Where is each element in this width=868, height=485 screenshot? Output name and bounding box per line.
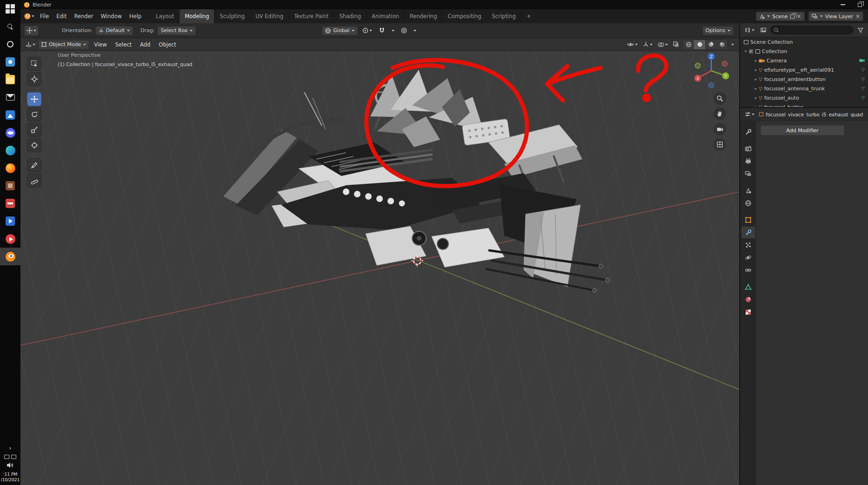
taskbar-blender[interactable] (0, 248, 20, 265)
viewport-menu-select[interactable]: Select (112, 38, 135, 51)
properties-tab-modifiers[interactable] (741, 227, 755, 238)
tool-move[interactable] (27, 92, 41, 106)
pivot-point-dropdown[interactable] (361, 26, 374, 36)
proportional-falloff-dropdown[interactable] (412, 26, 418, 36)
tab-scripting[interactable]: Scripting (487, 9, 521, 23)
outliner-row-mesh[interactable]: ▸ ▽ focussel_ambientbutton ▽ (740, 74, 868, 84)
start-button[interactable] (0, 0, 20, 18)
menu-edit[interactable]: Edit (53, 9, 70, 23)
expand-arrow-icon[interactable]: ▸ (753, 58, 759, 63)
taskbar-tray-icons[interactable] (4, 455, 16, 459)
properties-tab-object-data[interactable] (741, 281, 755, 293)
properties-tab-material[interactable] (741, 294, 755, 305)
viewport-menu-object[interactable]: Object (155, 38, 180, 51)
close-icon[interactable]: × (797, 13, 801, 19)
outliner-search-input[interactable] (781, 27, 850, 33)
tab-rendering[interactable]: Rendering (405, 9, 443, 23)
outliner-row-mesh[interactable]: ▸ ▽ focussel_auto ▽ (740, 93, 868, 102)
outliner-row-mesh-clipped[interactable]: ▸ ▽ focussel_batter (740, 102, 868, 107)
mesh-data-icon[interactable]: ▽ (861, 86, 865, 91)
maximize-button[interactable] (851, 0, 868, 9)
gizmo-z-negative[interactable] (709, 83, 714, 88)
gizmo-x-negative[interactable] (722, 61, 728, 67)
properties-tab-tool[interactable] (741, 126, 755, 138)
viewport-menu-add[interactable]: Add (136, 38, 154, 51)
transform-orientation-dropdown[interactable]: Global (322, 26, 358, 35)
properties-tab-world[interactable] (741, 197, 755, 209)
properties-tab-scene[interactable] (741, 185, 755, 196)
properties-tab-texture[interactable] (741, 306, 755, 318)
outliner-row-camera[interactable]: ▸ Camera (740, 56, 868, 65)
toggle-orthographic-button[interactable] (714, 138, 726, 151)
taskbar-search-button[interactable] (0, 18, 20, 35)
mode-dropdown[interactable]: Object Mode (38, 40, 89, 49)
editor-type-dropdown[interactable] (24, 40, 37, 50)
snap-toggle-button[interactable] (377, 26, 387, 36)
tab-sculpting[interactable]: Sculpting (214, 9, 250, 23)
tab-layout[interactable]: Layout (151, 9, 180, 23)
camera-view-button[interactable] (714, 123, 726, 135)
taskbar-mail[interactable] (0, 88, 20, 106)
shading-settings-dropdown[interactable] (729, 40, 736, 50)
taskbar-movies[interactable] (0, 212, 20, 230)
taskbar-app-blue[interactable] (0, 53, 20, 71)
taskbar-edge[interactable] (0, 141, 20, 159)
expand-arrow-icon[interactable]: ▸ (753, 67, 759, 72)
viewport-canvas[interactable]: Z X Y (20, 51, 739, 485)
visibility-dropdown[interactable] (625, 40, 640, 50)
tool-scale[interactable] (27, 123, 41, 137)
properties-tab-particles[interactable] (741, 239, 755, 251)
tab-modeling[interactable]: Modeling (180, 9, 214, 23)
tool-select-box[interactable] (27, 57, 41, 71)
taskbar-app-red[interactable] (0, 195, 20, 212)
proportional-editing-button[interactable] (399, 26, 409, 36)
camera-data-icon[interactable] (859, 58, 865, 63)
taskbar-expand-button[interactable]: › (9, 445, 11, 451)
blender-menu-button[interactable] (22, 11, 36, 21)
expand-arrow-icon[interactable]: ▾ (743, 49, 748, 54)
scene-selector[interactable]: Scene × (756, 12, 805, 21)
duplicate-scene-icon[interactable] (790, 14, 795, 19)
properties-tab-render[interactable] (741, 143, 755, 155)
tool-cursor[interactable] (27, 72, 41, 86)
options-dropdown[interactable]: Options (702, 26, 734, 35)
tab-compositing[interactable]: Compositing (442, 9, 487, 23)
gizmo-y-negative[interactable] (695, 63, 701, 68)
taskbar-photos[interactable] (0, 106, 20, 124)
mesh-data-icon[interactable]: ▽ (861, 77, 865, 81)
tool-transform[interactable] (27, 138, 41, 152)
properties-tab-constraints[interactable] (741, 264, 755, 276)
outliner-row-collection[interactable]: ▾ ✓ Collection (740, 47, 868, 56)
expand-arrow-icon[interactable]: ▸ (753, 95, 759, 100)
expand-arrow-icon[interactable]: ▸ (753, 86, 759, 91)
filter-dropdown[interactable] (856, 25, 865, 35)
add-modifier-button[interactable]: Add Modifier (761, 125, 844, 135)
tab-texture-paint[interactable]: Texture Paint (289, 9, 334, 23)
shading-solid-button[interactable] (694, 40, 705, 49)
xray-toggle-button[interactable] (671, 40, 681, 50)
shading-material-button[interactable] (705, 40, 716, 49)
tool-annotate[interactable] (27, 158, 41, 172)
expand-arrow-icon[interactable]: ▸ (753, 77, 759, 81)
drag-dropdown[interactable]: Select Box (157, 26, 196, 35)
close-icon[interactable]: × (855, 13, 860, 19)
outliner-row-mesh[interactable]: ▸ ▽ focussel_antenna_trunk ▽ (740, 84, 868, 93)
properties-editor-dropdown[interactable] (743, 109, 756, 120)
taskbar-discord[interactable] (0, 124, 20, 141)
tab-animation[interactable]: Animation (367, 9, 405, 23)
mesh-data-icon[interactable]: ▽ (861, 67, 865, 72)
view-layer-selector[interactable]: View Layer × (808, 12, 863, 21)
snap-settings-dropdown[interactable] (390, 26, 396, 36)
properties-tab-view-layer[interactable] (741, 168, 755, 180)
display-mode-dropdown[interactable] (759, 25, 768, 35)
outliner-row-scene-collection[interactable]: Scene Collection (740, 37, 868, 47)
properties-tab-output[interactable] (741, 155, 755, 167)
navigation-gizmo[interactable]: Z X Y (694, 53, 729, 88)
properties-tab-physics[interactable] (741, 252, 755, 263)
active-tool-dropdown[interactable] (24, 26, 39, 36)
taskbar-firefox[interactable] (0, 159, 20, 177)
zoom-button[interactable] (714, 92, 726, 105)
taskbar-file-explorer[interactable] (0, 71, 20, 88)
add-workspace-button[interactable]: + (521, 9, 537, 23)
outliner-editor-dropdown[interactable] (743, 25, 756, 35)
